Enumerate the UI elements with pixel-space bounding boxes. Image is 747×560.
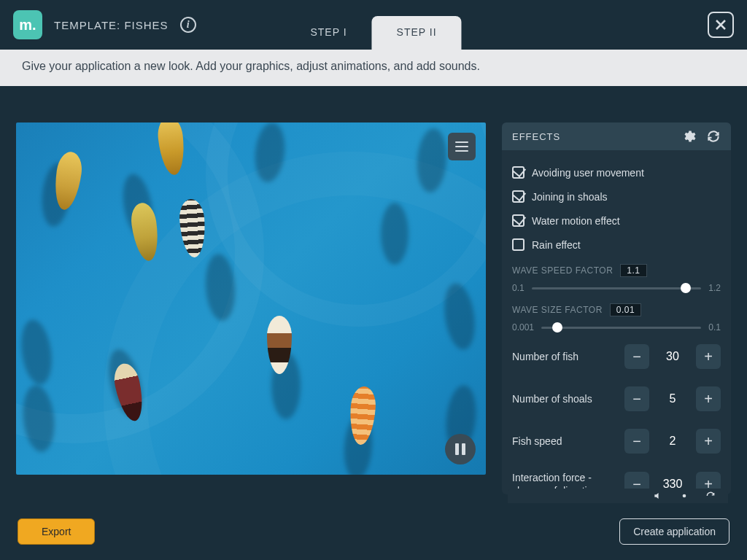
- checkbox-water-motion-effect[interactable]: Water motion effect: [512, 209, 721, 233]
- create-application-button[interactable]: Create application: [619, 518, 729, 545]
- checkbox-icon: [512, 190, 525, 203]
- effects-panel-title: EFFECTS: [512, 131, 560, 142]
- slider-thumb[interactable]: [552, 322, 562, 332]
- footer-bar: Export Create application: [0, 503, 747, 560]
- slider-min: 0.1: [512, 283, 525, 293]
- top-bar: m. TEMPLATE: FISHES i STEP I STEP II: [0, 0, 747, 50]
- stepper-value: 2: [649, 435, 696, 448]
- checkbox-label: Avoiding user movement: [532, 167, 644, 179]
- slider-max: 0.1: [708, 322, 721, 332]
- checkbox-rain-effect[interactable]: Rain effect: [512, 233, 721, 257]
- preview-menu-button[interactable]: [448, 133, 476, 160]
- fish-sprite: [267, 316, 292, 374]
- increment-button[interactable]: +: [696, 344, 721, 369]
- stepper-label: Fish speed: [512, 435, 617, 448]
- checkbox-avoiding-user-movement[interactable]: Avoiding user movement: [512, 160, 721, 184]
- step-tabs: STEP I STEP II: [285, 0, 461, 50]
- effects-panel-header: EFFECTS: [502, 122, 731, 150]
- checkbox-label: Water motion effect: [532, 215, 620, 227]
- checkbox-icon: [512, 238, 525, 251]
- slider-track[interactable]: [541, 327, 701, 329]
- slider-wave-speed: WAVE SPEED FACTOR 1.1 0.1 1.2: [512, 257, 721, 296]
- refresh-icon[interactable]: [706, 129, 721, 144]
- pause-icon: [455, 443, 459, 455]
- stepper-value: 30: [649, 350, 696, 363]
- checkbox-label: Rain effect: [532, 239, 581, 251]
- hamburger-icon: [455, 146, 468, 147]
- export-button[interactable]: Export: [18, 518, 95, 545]
- gear-icon[interactable]: [677, 491, 692, 501]
- slider-min: 0.001: [512, 322, 534, 332]
- gear-icon[interactable]: [681, 129, 696, 144]
- fish-sprite: [348, 386, 376, 446]
- decrement-button[interactable]: −: [624, 344, 649, 369]
- slider-thumb[interactable]: [681, 283, 691, 293]
- increment-button[interactable]: +: [696, 429, 721, 454]
- page-title: TEMPLATE: FISHES: [54, 19, 169, 31]
- stepper-number-of-shoals: Number of shoals − 5 +: [512, 378, 721, 420]
- slider-label: WAVE SPEED FACTOR: [512, 265, 613, 276]
- increment-button[interactable]: +: [696, 386, 721, 411]
- speaker-icon[interactable]: [651, 491, 665, 501]
- hamburger-icon: [455, 150, 468, 152]
- slider-wave-size: WAVE SIZE FACTOR 0.01 0.001 0.1: [512, 296, 721, 335]
- info-icon[interactable]: i: [180, 17, 196, 33]
- refresh-icon[interactable]: [703, 491, 718, 501]
- slider-track[interactable]: [532, 287, 702, 289]
- hamburger-icon: [455, 141, 468, 143]
- tab-step-2[interactable]: STEP II: [372, 16, 462, 50]
- tab-step-1[interactable]: STEP I: [285, 16, 371, 50]
- checkbox-icon: [512, 166, 525, 179]
- fish-shadow: [381, 203, 409, 265]
- effects-panel: EFFECTS Avoiding user movement Joining i…: [502, 122, 731, 494]
- stepper-number-of-fish: Number of fish − 30 +: [512, 335, 721, 378]
- slider-label: WAVE SIZE FACTOR: [512, 305, 603, 315]
- close-button[interactable]: [708, 12, 734, 38]
- stepper-label: Number of fish: [512, 350, 617, 363]
- main-area: EFFECTS Avoiding user movement Joining i…: [0, 86, 747, 503]
- pause-button[interactable]: [445, 434, 476, 464]
- checkbox-icon: [512, 214, 525, 227]
- fish-sprite: [156, 122, 187, 176]
- subheader-text: Give your application a new look. Add yo…: [0, 50, 747, 86]
- slider-value[interactable]: 1.1: [620, 264, 646, 277]
- checkbox-joining-in-shoals[interactable]: Joining in shoals: [512, 184, 721, 209]
- checkbox-label: Joining in shoals: [532, 191, 608, 203]
- preview-canvas: [16, 122, 486, 475]
- effects-panel-body: Avoiding user movement Joining in shoals…: [502, 150, 731, 494]
- slider-value[interactable]: 0.01: [610, 303, 641, 316]
- decrement-button[interactable]: −: [624, 429, 649, 454]
- app-logo: m.: [13, 10, 42, 39]
- decrement-button[interactable]: −: [624, 386, 649, 411]
- stepper-fish-speed: Fish speed − 2 +: [512, 420, 721, 462]
- slider-max: 1.2: [708, 283, 721, 293]
- stepper-label: Number of shoals: [512, 392, 617, 405]
- stepper-value: 5: [649, 392, 696, 405]
- secondary-panel-peek: [508, 489, 728, 503]
- fish-sprite: [178, 198, 206, 258]
- pause-icon: [462, 443, 465, 455]
- close-icon: [715, 19, 727, 31]
